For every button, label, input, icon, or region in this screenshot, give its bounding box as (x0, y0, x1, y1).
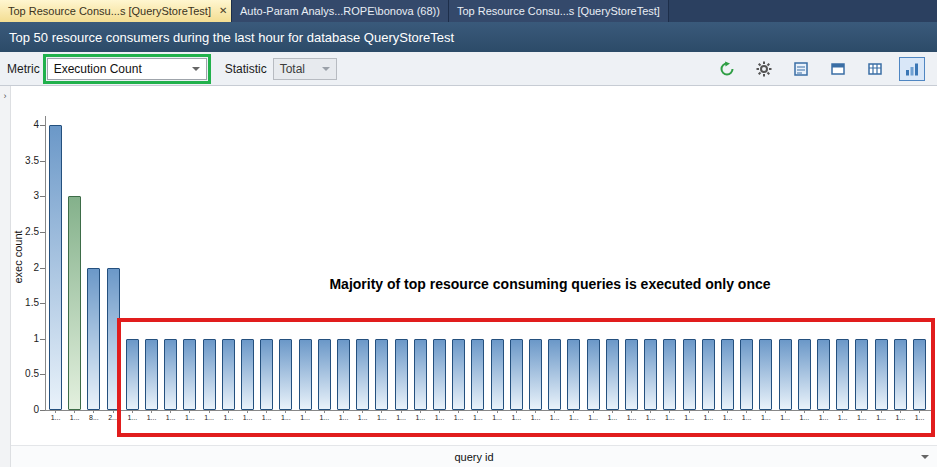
metric-dropdown-value: Execution Count (54, 62, 184, 76)
metric-annotation-box: Execution Count (43, 54, 211, 84)
x-axis-title-bar[interactable]: query id (11, 445, 937, 467)
grid-icon (867, 61, 883, 77)
y-tick-mark (40, 303, 45, 304)
y-tick-mark (40, 374, 45, 375)
metric-dropdown[interactable]: Execution Count (47, 58, 207, 80)
y-tick-label: 4 (11, 119, 39, 130)
chart-region: › exec count Majority of top resource co… (0, 86, 937, 467)
tab-top-resource-consumers-1[interactable]: Top Resource Consu...s [QueryStoreTest] … (0, 0, 232, 22)
refresh-icon (719, 61, 735, 77)
view-report-button[interactable] (788, 57, 814, 81)
y-tick-label: 3.5 (11, 155, 39, 166)
chart-bar[interactable] (87, 268, 100, 410)
bar-chart-icon (904, 61, 920, 77)
y-tick-mark (40, 125, 45, 126)
settings-button[interactable] (751, 57, 777, 81)
x-tick-mark (74, 410, 75, 413)
app-window: Top Resource Consu...s [QueryStoreTest] … (0, 0, 937, 467)
x-tick-mark (93, 410, 94, 413)
view-chart-button[interactable] (899, 57, 925, 81)
refresh-button[interactable] (714, 57, 740, 81)
y-tick-mark (40, 232, 45, 233)
x-axis-title: query id (454, 451, 493, 463)
tab-top-resource-consumers-2[interactable]: Top Resource Consu...s [QueryStoreTest] (449, 0, 669, 22)
page-title: Top 50 resource consumers during the las… (9, 30, 454, 45)
annotation-text: Majority of top resource consuming queri… (150, 276, 937, 292)
document-tab-bar: Top Resource Consu...s [QueryStoreTest] … (0, 0, 937, 22)
y-tick-mark (40, 268, 45, 269)
y-tick-mark (40, 339, 45, 340)
highlight-box (117, 318, 935, 437)
tab-label: Auto-Param Analys...ROPE\bonova (68)) (240, 5, 440, 17)
x-tick-label: 8... (84, 414, 103, 421)
expand-panel-icon: › (0, 91, 10, 101)
report-icon (793, 61, 809, 77)
chevron-down-icon (921, 455, 929, 459)
close-icon[interactable]: ✕ (219, 6, 227, 16)
chart-bar[interactable] (68, 196, 81, 410)
x-tick-label: 1... (65, 414, 84, 421)
tab-auto-param-analysis[interactable]: Auto-Param Analys...ROPE\bonova (68)) (232, 0, 449, 22)
x-tick-label: 1... (46, 414, 65, 421)
report-title-bar: Top 50 resource consumers during the las… (0, 22, 937, 52)
y-axis-line (45, 116, 46, 410)
tab-label: Top Resource Consu...s [QueryStoreTest] (8, 5, 211, 17)
y-tick-label: 2.5 (11, 226, 39, 237)
window-icon (830, 61, 846, 77)
plot-area: exec count Majority of top resource cons… (11, 86, 937, 445)
y-tick-label: 2 (11, 262, 39, 273)
statistic-dropdown-value: Total (280, 62, 314, 76)
y-tick-label: 3 (11, 190, 39, 201)
view-toolbar (714, 57, 925, 81)
statistic-dropdown[interactable]: Total (273, 58, 337, 80)
y-tick-mark (40, 410, 45, 411)
tab-label: Top Resource Consu...s [QueryStoreTest] (457, 5, 660, 17)
y-tick-mark (40, 196, 45, 197)
y-tick-label: 0.5 (11, 368, 39, 379)
view-window-button[interactable] (825, 57, 851, 81)
toolbar: Metric Execution Count Statistic Total (0, 52, 937, 86)
y-tick-mark (40, 161, 45, 162)
y-tick-label: 1 (11, 333, 39, 344)
x-tick-mark (55, 410, 56, 413)
gear-icon (756, 61, 772, 77)
chart-bar[interactable] (49, 125, 62, 410)
metric-label: Metric (7, 62, 40, 76)
statistic-label: Statistic (225, 62, 267, 76)
y-tick-label: 1.5 (11, 297, 39, 308)
chevron-down-icon (322, 67, 330, 71)
chevron-down-icon (192, 67, 200, 71)
x-tick-mark (113, 410, 114, 413)
view-grid-button[interactable] (862, 57, 888, 81)
side-panel-splitter[interactable]: › (0, 86, 11, 467)
y-tick-label: 0 (11, 404, 39, 415)
